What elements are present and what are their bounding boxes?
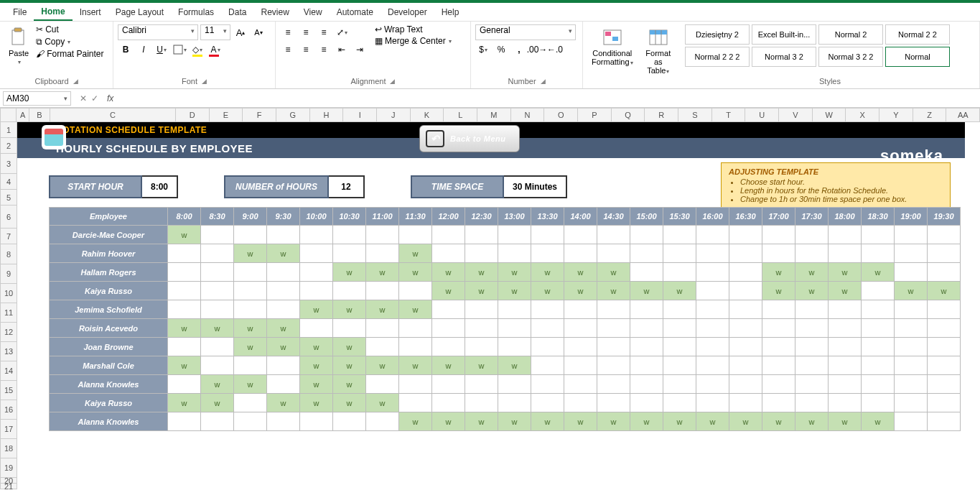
row-header-15[interactable]: 15: [0, 381, 17, 400]
schedule-cell[interactable]: [795, 244, 829, 263]
schedule-cell[interactable]: w: [729, 412, 762, 431]
schedule-cell[interactable]: [399, 226, 432, 244]
style-dziesi-tny-2[interactable]: Dziesiętny 2: [685, 24, 750, 45]
schedule-cell[interactable]: [696, 263, 729, 282]
schedule-cell[interactable]: [564, 338, 597, 356]
col-header-Z[interactable]: Z: [913, 108, 947, 122]
menu-data[interactable]: Data: [221, 4, 253, 20]
borders-button[interactable]: ▾: [172, 42, 187, 57]
schedule-cell[interactable]: w: [399, 263, 432, 282]
schedule-cell[interactable]: w: [366, 356, 399, 375]
col-header-Q[interactable]: Q: [612, 108, 645, 122]
schedule-cell[interactable]: [928, 375, 961, 394]
schedule-cell[interactable]: [895, 244, 928, 263]
schedule-cell[interactable]: w: [597, 282, 630, 300]
employee-name[interactable]: Alanna Knowles: [50, 375, 168, 394]
row-header-13[interactable]: 13: [0, 342, 17, 361]
select-all-corner[interactable]: [0, 108, 17, 122]
schedule-cell[interactable]: [696, 300, 729, 319]
number-format-combo[interactable]: General: [475, 24, 576, 40]
schedule-cell[interactable]: [366, 282, 399, 300]
worksheet[interactable]: ABCDEFGHIJKLMNOPQRSTUVWXYZAA 12345678910…: [0, 108, 980, 503]
schedule-cell[interactable]: w: [696, 412, 729, 431]
schedule-cell[interactable]: [399, 319, 432, 338]
schedule-cell[interactable]: [663, 394, 696, 412]
schedule-cell[interactable]: [895, 356, 928, 375]
input-value[interactable]: 12: [329, 175, 365, 198]
schedule-cell[interactable]: w: [862, 412, 895, 431]
schedule-cell[interactable]: [696, 319, 729, 338]
align-top-button[interactable]: ≡: [280, 24, 296, 40]
menu-formulas[interactable]: Formulas: [171, 4, 221, 20]
menu-file[interactable]: File: [6, 4, 34, 20]
schedule-cell[interactable]: [663, 375, 696, 394]
cut-button[interactable]: ✂Cut: [36, 24, 103, 34]
col-header-M[interactable]: M: [477, 108, 511, 122]
font-color-button[interactable]: A▾: [207, 42, 223, 57]
schedule-cell[interactable]: [696, 356, 729, 375]
col-header-A[interactable]: A: [17, 108, 29, 122]
col-header-T[interactable]: T: [712, 108, 746, 122]
align-bottom-button[interactable]: ≡: [316, 24, 332, 40]
schedule-cell[interactable]: [597, 319, 630, 338]
row-header-17[interactable]: 17: [0, 420, 17, 439]
schedule-cell[interactable]: w: [795, 412, 829, 431]
menu-page-layout[interactable]: Page Layout: [108, 4, 171, 20]
schedule-cell[interactable]: w: [498, 356, 531, 375]
schedule-cell[interactable]: [895, 338, 928, 356]
schedule-cell[interactable]: w: [531, 263, 564, 282]
schedule-cell[interactable]: [366, 412, 399, 431]
schedule-cell[interactable]: [465, 226, 498, 244]
schedule-cell[interactable]: [762, 226, 795, 244]
underline-button[interactable]: U▾: [154, 42, 169, 57]
employee-name[interactable]: Alanna Knowles: [50, 412, 168, 431]
schedule-cell[interactable]: w: [333, 300, 366, 319]
schedule-cell[interactable]: w: [432, 263, 465, 282]
col-header-K[interactable]: K: [411, 108, 444, 122]
employee-name[interactable]: Marshall Cole: [50, 356, 168, 375]
schedule-cell[interactable]: w: [333, 394, 366, 412]
schedule-cell[interactable]: [829, 394, 862, 412]
schedule-cell[interactable]: w: [399, 356, 432, 375]
schedule-cell[interactable]: w: [762, 412, 795, 431]
row-header-2[interactable]: 2: [0, 138, 17, 154]
decrease-font-button[interactable]: A▾: [251, 24, 266, 40]
schedule-cell[interactable]: [862, 394, 895, 412]
style-normal-3-2-2[interactable]: Normal 3 2 2: [818, 47, 883, 67]
schedule-cell[interactable]: [267, 226, 300, 244]
row-header-6[interactable]: 6: [0, 206, 17, 229]
schedule-cell[interactable]: [399, 394, 432, 412]
schedule-cell[interactable]: [862, 300, 895, 319]
schedule-table[interactable]: Employee8:008:309:009:3010:0010:3011:001…: [49, 207, 961, 431]
schedule-cell[interactable]: [564, 319, 597, 338]
schedule-cell[interactable]: w: [300, 338, 333, 356]
schedule-cell[interactable]: [432, 338, 465, 356]
schedule-cell[interactable]: [895, 412, 928, 431]
schedule-cell[interactable]: [168, 244, 201, 263]
schedule-cell[interactable]: [862, 226, 895, 244]
schedule-cell[interactable]: [729, 282, 762, 300]
employee-name[interactable]: Joan Browne: [50, 338, 168, 356]
col-header-V[interactable]: V: [779, 108, 813, 122]
schedule-cell[interactable]: [729, 356, 762, 375]
schedule-cell[interactable]: w: [465, 282, 498, 300]
employee-name[interactable]: Jemima Schofield: [50, 300, 168, 319]
schedule-cell[interactable]: w: [597, 263, 630, 282]
schedule-cell[interactable]: [201, 226, 234, 244]
schedule-cell[interactable]: [597, 394, 630, 412]
style-normal-2[interactable]: Normal 2: [818, 24, 883, 45]
cancel-formula-button[interactable]: ✕: [80, 93, 87, 103]
schedule-cell[interactable]: [895, 319, 928, 338]
copy-button[interactable]: ⧉Copy▾: [36, 37, 103, 47]
schedule-cell[interactable]: w: [300, 356, 333, 375]
schedule-cell[interactable]: [663, 226, 696, 244]
schedule-cell[interactable]: w: [928, 282, 961, 300]
schedule-cell[interactable]: [928, 226, 961, 244]
schedule-cell[interactable]: w: [234, 319, 267, 338]
schedule-cell[interactable]: [862, 319, 895, 338]
row-header-12[interactable]: 12: [0, 323, 17, 342]
col-header-F[interactable]: F: [243, 108, 276, 122]
schedule-cell[interactable]: [531, 375, 564, 394]
schedule-cell[interactable]: [597, 375, 630, 394]
schedule-cell[interactable]: [597, 338, 630, 356]
